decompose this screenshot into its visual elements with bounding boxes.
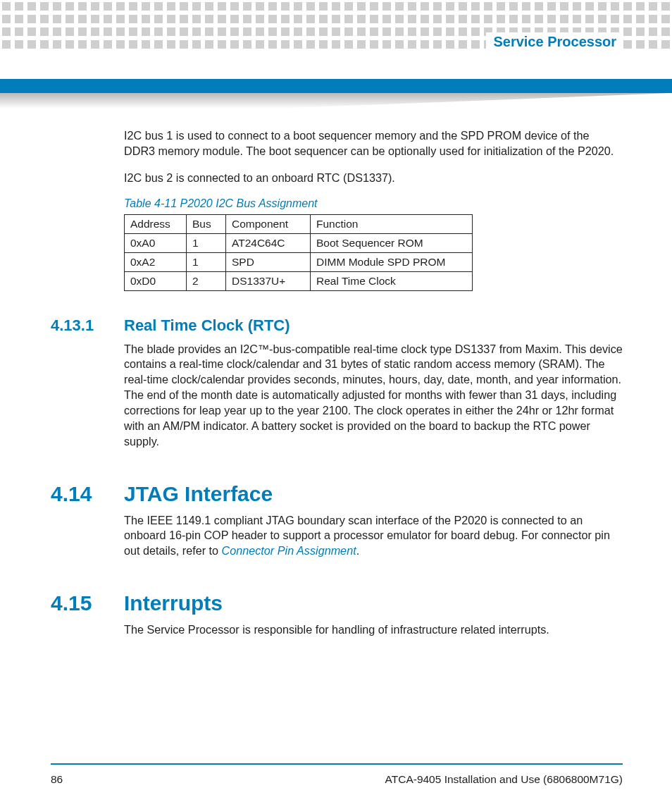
table-row: 0xA2 1 SPD DIMM Module SPD PROM <box>125 252 473 271</box>
intro-paragraph-2: I2C bus 2 is connected to an onboard RTC… <box>124 171 623 186</box>
footer-rule <box>51 763 623 765</box>
table-cell: 2 <box>187 271 226 290</box>
table-cell: Boot Sequencer ROM <box>311 233 473 252</box>
jtag-body: The IEEE 1149.1 compliant JTAG boundary … <box>124 513 623 560</box>
table-cell: DIMM Module SPD PROM <box>311 252 473 271</box>
section-number: 4.15 <box>51 591 107 615</box>
section-title: Real Time Clock (RTC) <box>124 316 290 335</box>
section-title: Interrupts <box>124 591 223 615</box>
table-row: 0xA0 1 AT24C64C Boot Sequencer ROM <box>125 233 473 252</box>
table-header-cell: Address <box>125 214 187 233</box>
table-cell: Real Time Clock <box>311 271 473 290</box>
page-footer: 86 ATCA-9405 Installation and Use (68068… <box>51 773 623 786</box>
table-cell: 0xA0 <box>125 233 187 252</box>
table-header-cell: Bus <box>187 214 226 233</box>
section-number: 4.13.1 <box>51 316 107 335</box>
table-header-cell: Function <box>311 214 473 233</box>
chapter-label: Service Processor <box>486 32 619 51</box>
section-heading-interrupts: 4.15 Interrupts <box>51 591 623 615</box>
i2c-bus-assignment-table: Address Bus Component Function 0xA0 1 AT… <box>124 214 473 291</box>
doc-title: ATCA-9405 Installation and Use (6806800M… <box>385 773 623 786</box>
table-cell: DS1337U+ <box>226 271 311 290</box>
table-caption: Table 4-11 P2020 I2C Bus Assignment <box>124 197 623 210</box>
table-header-row: Address Bus Component Function <box>125 214 473 233</box>
section-heading-jtag: 4.14 JTAG Interface <box>51 482 623 506</box>
connector-pin-link[interactable]: Connector Pin Assignment <box>222 544 356 557</box>
table-cell: 1 <box>187 233 226 252</box>
table-row: 0xD0 2 DS1337U+ Real Time Clock <box>125 271 473 290</box>
page-content: I2C bus 1 is used to connect to a boot s… <box>51 128 623 649</box>
rtc-body: The blade provides an I2C™-bus-compatibl… <box>124 342 623 450</box>
jtag-body-text: The IEEE 1149.1 compliant JTAG boundary … <box>124 514 610 557</box>
table-cell: 0xD0 <box>125 271 187 290</box>
table-cell: AT24C64C <box>226 233 311 252</box>
header-blue-bar <box>0 79 672 93</box>
jtag-body-tail: . <box>356 544 360 557</box>
section-heading-rtc: 4.13.1 Real Time Clock (RTC) <box>51 316 623 335</box>
table-cell: SPD <box>226 252 311 271</box>
section-title: JTAG Interface <box>124 482 273 506</box>
header-shadow <box>0 93 672 109</box>
table-cell: 1 <box>187 252 226 271</box>
table-cell: 0xA2 <box>125 252 187 271</box>
page-number: 86 <box>51 773 63 786</box>
intro-paragraph-1: I2C bus 1 is used to connect to a boot s… <box>124 128 623 159</box>
interrupts-body: The Service Processor is responsible for… <box>124 622 623 638</box>
section-number: 4.14 <box>51 482 107 506</box>
table-header-cell: Component <box>226 214 311 233</box>
